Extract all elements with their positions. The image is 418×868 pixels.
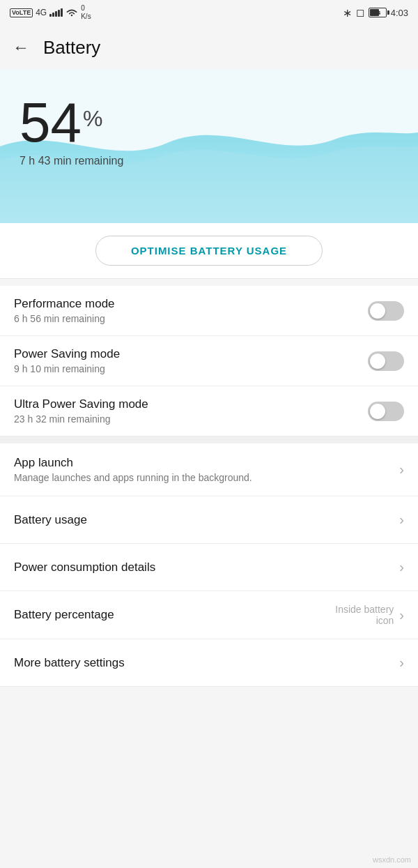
performance-mode-toggle[interactable] [368,301,404,321]
battery-percentage-display: 54% [20,95,123,151]
back-button[interactable]: ← [13,39,29,56]
more-battery-settings-left: More battery settings [14,656,396,670]
battery-level-label: 54 [374,10,380,16]
battery-percentage-left: Battery percentage [14,608,335,622]
power-consumption-right: › [396,559,404,575]
nav-section: App launch Manage launches and apps runn… [0,443,418,687]
section-divider [0,436,418,443]
wifi-icon [65,8,78,17]
ultra-power-saving-mode-item: Ultra Power Saving mode 23 h 32 min rema… [0,386,418,436]
signal-bar-4 [58,10,60,17]
power-saving-mode-item: Power Saving mode 9 h 10 min remaining [0,336,418,386]
battery-usage-right: › [396,512,404,528]
power-saving-mode-left: Power Saving mode 9 h 10 min remaining [14,347,368,374]
power-consumption-item[interactable]: Power consumption details › [0,544,418,591]
ultra-power-saving-mode-title: Ultra Power Saving mode [14,397,368,411]
ultra-power-saving-mode-toggle[interactable] [368,402,404,421]
battery-status-icon: 54 [369,8,387,17]
power-saving-mode-title: Power Saving mode [14,347,368,361]
battery-percentage-title: Battery percentage [14,608,335,622]
app-launch-left: App launch Manage launches and apps runn… [14,456,396,483]
power-consumption-chevron: › [399,559,404,575]
optimise-section: OPTIMISE BATTERY USAGE [0,223,418,279]
more-battery-settings-item[interactable]: More battery settings › [0,639,418,687]
battery-percentage-value: Inside battery icon [335,604,394,626]
status-right: ∗ ◻ 54 4:03 [343,6,408,20]
more-battery-settings-right: › [396,655,404,671]
power-saving-mode-toggle[interactable] [368,351,404,371]
modes-section: Performance mode 6 h 56 min remaining Po… [0,286,418,436]
header: ← Battery [0,25,418,70]
battery-remaining-text: 7 h 43 min remaining [20,155,123,167]
signal-bar-2 [52,13,54,17]
app-launch-title: App launch [14,456,396,470]
app-launch-subtitle: Manage launches and apps running in the … [14,472,307,483]
status-bar: VoLTE 4G 0 K/s ∗ ◻ 54 4:03 [0,0,418,25]
app-launch-right: › [396,462,404,478]
more-battery-settings-chevron: › [399,655,404,671]
battery-usage-item[interactable]: Battery usage › [0,496,418,544]
power-consumption-title: Power consumption details [14,561,396,574]
more-battery-settings-title: More battery settings [14,656,396,670]
power-consumption-left: Power consumption details [14,561,396,574]
power-saving-mode-subtitle: 9 h 10 min remaining [14,363,368,374]
page-title: Battery [43,37,100,59]
battery-number: 54 [20,95,82,151]
ultra-power-saving-mode-left: Ultra Power Saving mode 23 h 32 min rema… [14,397,368,425]
svg-point-0 [71,15,72,16]
network-type: 4G [36,8,47,17]
performance-mode-left: Performance mode 6 h 56 min remaining [14,297,368,324]
volte-indicator: VoLTE [10,8,33,17]
signal-bars [49,8,63,17]
percent-sign: % [83,107,102,130]
battery-visual-section: 54% 7 h 43 min remaining [0,70,418,223]
ultra-power-saving-mode-subtitle: 23 h 32 min remaining [14,413,368,425]
battery-percentage-right: Inside battery icon › [335,604,404,626]
performance-mode-title: Performance mode [14,297,368,311]
clock: 4:03 [391,8,408,18]
performance-mode-item: Performance mode 6 h 56 min remaining [0,286,418,336]
watermark: wsxdn.com [373,855,411,864]
battery-usage-chevron: › [399,512,404,528]
network-speed: 0 K/s [81,4,91,21]
battery-percentage-chevron: › [399,607,404,623]
performance-mode-subtitle: 6 h 56 min remaining [14,313,368,324]
app-launch-item[interactable]: App launch Manage launches and apps runn… [0,443,418,496]
vibrate-icon: ◻ [356,6,364,19]
bluetooth-icon: ∗ [343,6,352,20]
battery-usage-title: Battery usage [14,513,396,527]
signal-bar-3 [55,11,57,17]
optimise-button[interactable]: OPTIMISE BATTERY USAGE [95,236,323,266]
battery-usage-left: Battery usage [14,513,396,527]
status-left: VoLTE 4G 0 K/s [10,4,91,21]
battery-percentage-item[interactable]: Battery percentage Inside battery icon › [0,591,418,639]
signal-bar-5 [61,8,63,17]
battery-text-area: 54% 7 h 43 min remaining [20,95,123,167]
app-launch-chevron: › [399,462,404,478]
signal-bar-1 [49,14,52,17]
